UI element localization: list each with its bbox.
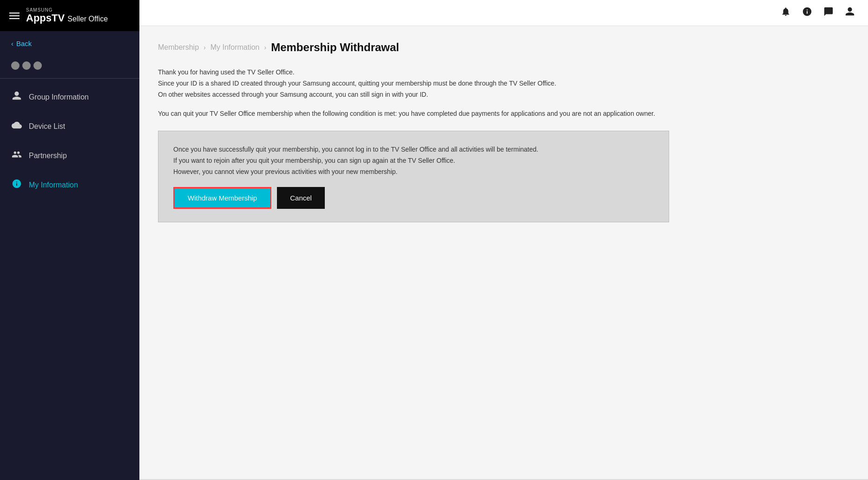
sidebar-item-my-information[interactable]: My Information xyxy=(0,170,139,200)
chat-icon[interactable] xyxy=(823,7,834,19)
info-section: Thank you for having used the TV Seller … xyxy=(158,67,849,120)
sidebar-label-group-information: Group Information xyxy=(29,93,89,101)
cancel-button[interactable]: Cancel xyxy=(277,187,325,209)
user-dots xyxy=(11,61,42,70)
sidebar-nav: Group Information Device List Partnershi… xyxy=(0,82,139,480)
info-icon[interactable] xyxy=(802,7,812,19)
warning-box: Once you have successfully quit your mem… xyxy=(158,131,669,222)
info-line-3: You can quit your TV Seller Office membe… xyxy=(158,108,849,120)
sidebar-label-partnership: Partnership xyxy=(29,152,67,160)
user-dot-3 xyxy=(33,61,42,70)
logo-area: SAMSUNG AppsTV Seller Office xyxy=(26,7,108,24)
breadcrumb-my-information[interactable]: My Information xyxy=(210,43,260,52)
breadcrumb-membership[interactable]: Membership xyxy=(158,43,199,52)
info-line-2: Since your ID is a shared ID created thr… xyxy=(158,78,849,100)
sidebar-item-group-information[interactable]: Group Information xyxy=(0,82,139,112)
cloud-icon xyxy=(11,120,22,133)
hamburger-menu-icon[interactable] xyxy=(9,13,20,19)
info-circle-icon xyxy=(11,179,22,191)
user-icon[interactable] xyxy=(845,7,855,19)
sidebar-divider xyxy=(0,78,139,79)
sidebar-item-device-list[interactable]: Device List xyxy=(0,112,139,141)
page-title: Membership Withdrawal xyxy=(271,41,399,54)
user-dot-2 xyxy=(22,61,31,70)
logo-appstv-label: AppsTV Seller Office xyxy=(26,13,108,24)
user-avatar-area xyxy=(0,56,139,78)
breadcrumb-sep-2: › xyxy=(264,44,267,51)
sidebar-label-device-list: Device List xyxy=(29,122,65,131)
back-label: Back xyxy=(16,40,32,47)
logo-seller-office-label: Seller Office xyxy=(67,15,108,23)
chevron-left-icon: ‹ xyxy=(11,40,13,47)
withdraw-membership-button[interactable]: Withdraw Membership xyxy=(173,187,271,209)
main-content: Membership › My Information › Membership… xyxy=(139,0,868,480)
group-icon xyxy=(11,91,22,103)
bell-icon[interactable] xyxy=(781,7,791,19)
back-link[interactable]: ‹ Back xyxy=(0,31,139,56)
sidebar-item-partnership[interactable]: Partnership xyxy=(0,141,139,170)
breadcrumb-sep-1: › xyxy=(204,44,206,51)
sidebar-header: SAMSUNG AppsTV Seller Office xyxy=(0,0,139,31)
sidebar-label-my-information: My Information xyxy=(29,181,78,189)
breadcrumb: Membership › My Information › Membership… xyxy=(158,41,849,54)
page-content: Membership › My Information › Membership… xyxy=(139,26,868,479)
user-dot-1 xyxy=(11,61,20,70)
partnership-icon xyxy=(11,149,22,162)
info-line-1: Thank you for having used the TV Seller … xyxy=(158,67,849,78)
top-bar xyxy=(139,0,868,26)
warning-line-1: Once you have successfully quit your mem… xyxy=(173,144,654,177)
warning-box-buttons: Withdraw Membership Cancel xyxy=(173,187,654,209)
sidebar: SAMSUNG AppsTV Seller Office ‹ Back Grou… xyxy=(0,0,139,480)
